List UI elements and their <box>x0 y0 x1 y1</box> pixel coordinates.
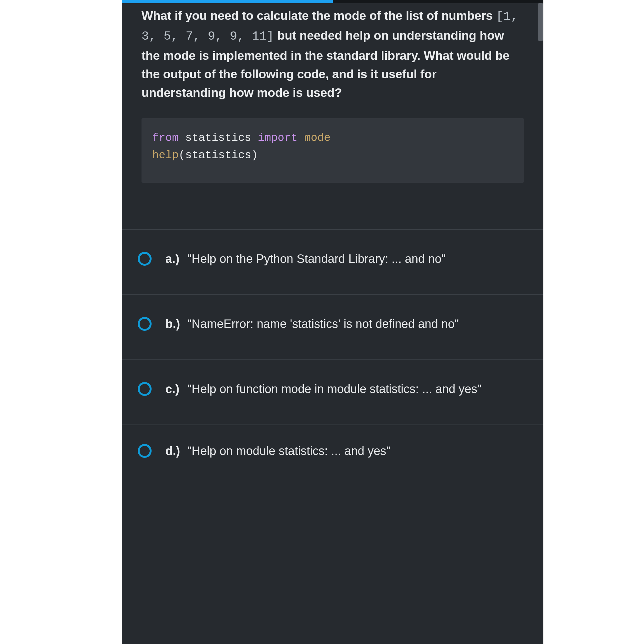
answer-text: "Help on function mode in module statist… <box>187 380 481 398</box>
code-block: from statistics import mode help(statist… <box>142 118 524 183</box>
quiz-panel: What if you need to calculate the mode o… <box>122 0 543 644</box>
code-name-mode: mode <box>304 132 330 144</box>
answer-option-a[interactable]: a.) "Help on the Python Standard Library… <box>122 229 543 294</box>
answer-body: b.) "NameError: name 'statistics' is not… <box>165 315 528 333</box>
answer-text: "Help on module statistics: ... and yes" <box>187 442 391 460</box>
scrollbar[interactable] <box>538 3 543 644</box>
page-wrap: What if you need to calculate the mode o… <box>0 0 644 644</box>
question-area: What if you need to calculate the mode o… <box>122 0 543 198</box>
scrollbar-thumb[interactable] <box>538 3 543 41</box>
answer-label: a.) <box>165 250 183 268</box>
code-keyword-import: import <box>258 132 297 144</box>
radio-b[interactable] <box>138 317 152 331</box>
answer-text: "NameError: name 'statistics' is not def… <box>187 315 459 333</box>
answer-option-c[interactable]: c.) "Help on function mode in module sta… <box>122 359 543 425</box>
code-module-statistics: statistics <box>185 132 251 144</box>
code-arg-statistics: statistics <box>185 149 251 162</box>
answer-body: c.) "Help on function mode in module sta… <box>165 380 528 398</box>
code-call-help: help <box>152 149 179 162</box>
code-paren-close: ) <box>251 149 258 162</box>
code-paren-open: ( <box>179 149 185 162</box>
answer-option-d[interactable]: d.) "Help on module statistics: ... and … <box>122 425 543 460</box>
answer-label: d.) <box>165 442 183 460</box>
question-text: What if you need to calculate the mode o… <box>142 6 524 102</box>
answer-text: "Help on the Python Standard Library: ..… <box>187 250 446 268</box>
answer-label: b.) <box>165 315 183 333</box>
radio-a[interactable] <box>138 252 152 266</box>
answer-label: c.) <box>165 380 183 398</box>
radio-d[interactable] <box>138 444 152 458</box>
question-prefix: What if you need to calculate the mode o… <box>142 9 496 22</box>
progress-fill <box>122 0 333 3</box>
answers-list: a.) "Help on the Python Standard Library… <box>122 229 543 460</box>
answer-body: a.) "Help on the Python Standard Library… <box>165 250 528 268</box>
answer-option-b[interactable]: b.) "NameError: name 'statistics' is not… <box>122 294 543 359</box>
radio-c[interactable] <box>138 382 152 396</box>
code-keyword-from: from <box>152 132 179 144</box>
answer-body: d.) "Help on module statistics: ... and … <box>165 442 528 460</box>
progress-track <box>122 0 543 3</box>
